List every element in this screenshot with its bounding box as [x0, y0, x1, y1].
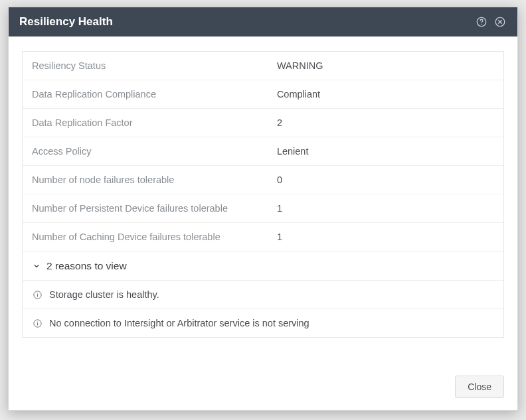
svg-point-1: [481, 24, 482, 25]
reasons-expander-label: 2 reasons to view: [46, 260, 127, 272]
status-label: Access Policy: [32, 146, 277, 157]
modal-content: Resiliency Status WARNING Data Replicati…: [9, 36, 517, 366]
info-icon: [32, 289, 43, 300]
modal-footer: Close: [9, 366, 517, 410]
status-value: 1: [277, 232, 494, 242]
status-label: Number of Caching Device failures tolera…: [32, 232, 277, 242]
reasons-expander[interactable]: 2 reasons to view: [23, 251, 503, 281]
svg-point-10: [37, 321, 37, 322]
modal-title: Resiliency Health: [19, 15, 113, 29]
status-label: Data Replication Compliance: [32, 89, 277, 100]
reason-text: No connection to Intersight or Arbitrato…: [49, 318, 309, 328]
status-row-resiliency-status: Resiliency Status WARNING: [23, 52, 503, 80]
status-row-node-failures-tolerable: Number of node failures tolerable 0: [23, 166, 503, 194]
status-row-data-replication-factor: Data Replication Factor 2: [23, 109, 503, 137]
close-button[interactable]: Close: [455, 376, 504, 398]
status-value: WARNING: [277, 60, 494, 71]
status-row-access-policy: Access Policy Lenient: [23, 137, 503, 166]
svg-point-7: [37, 293, 37, 293]
status-value: 1: [277, 203, 494, 214]
status-value: 2: [277, 117, 494, 128]
status-value: 0: [277, 175, 494, 185]
status-value: Compliant: [277, 89, 494, 100]
status-label: Data Replication Factor: [32, 117, 277, 128]
chevron-down-icon: [32, 261, 41, 271]
reason-text: Storage cluster is healthy.: [49, 289, 159, 300]
resiliency-health-modal: Resiliency Health Resiliency Status WARN…: [8, 7, 518, 411]
status-label: Number of node failures tolerable: [32, 175, 277, 185]
info-icon: [32, 318, 43, 328]
status-label: Resiliency Status: [32, 60, 277, 71]
modal-titlebar: Resiliency Health: [9, 7, 517, 36]
help-icon[interactable]: [475, 15, 488, 29]
status-panel: Resiliency Status WARNING Data Replicati…: [22, 51, 504, 338]
status-row-data-replication-compliance: Data Replication Compliance Compliant: [23, 80, 503, 109]
reason-item: Storage cluster is healthy.: [23, 281, 503, 309]
status-row-persistent-device-failures-tolerable: Number of Persistent Device failures tol…: [23, 194, 503, 223]
reason-item: No connection to Intersight or Arbitrato…: [23, 309, 503, 337]
close-icon[interactable]: [493, 15, 507, 29]
status-row-caching-device-failures-tolerable: Number of Caching Device failures tolera…: [23, 223, 503, 251]
status-value: Lenient: [277, 146, 494, 157]
status-label: Number of Persistent Device failures tol…: [32, 203, 277, 214]
